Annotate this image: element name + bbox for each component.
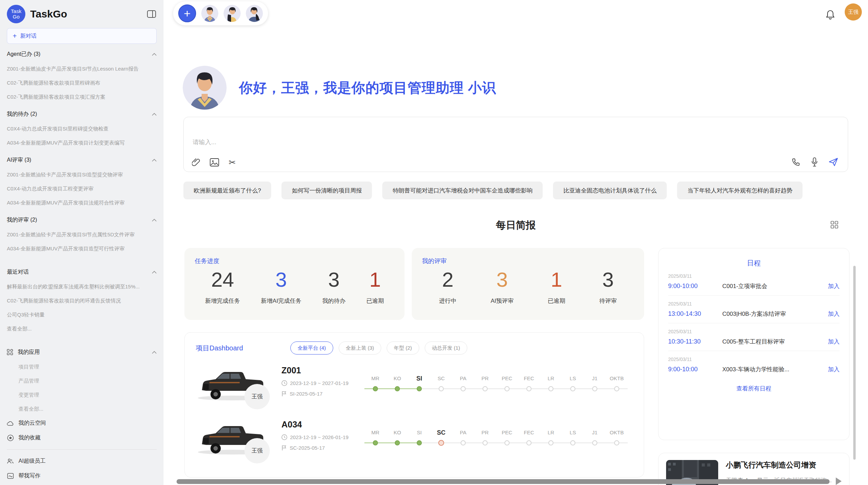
- scroll-right-arrow-icon[interactable]: [836, 477, 842, 485]
- assistant-switcher: +: [173, 1, 268, 25]
- milestone-si: SI: [408, 427, 430, 446]
- sidebar-item-creative-draw[interactable]: 创意制图: [7, 483, 157, 485]
- layout-toggle-button[interactable]: [830, 221, 839, 229]
- app-title: TaskGo: [30, 8, 146, 20]
- suggestion-chip[interactable]: 特朗普可能对进口汽车增税会对中国车企造成哪些影响: [382, 182, 543, 199]
- milestone-ko: KO: [386, 427, 408, 446]
- chevron-up-icon: [152, 351, 157, 354]
- assistant-avatar-large: [183, 66, 227, 110]
- assistant-avatar-1[interactable]: [201, 5, 218, 22]
- sidebar-task-item[interactable]: A034-全新新能源MUV产品开发项目法规符合性评审: [7, 196, 157, 210]
- suggestion-chip[interactable]: 当下年轻人对汽车外观有怎样的喜好趋势: [677, 182, 803, 199]
- project-node: SI-2025-05-17: [281, 391, 364, 397]
- insert-image-button[interactable]: [210, 158, 219, 166]
- horizontal-scrollbar[interactable]: [177, 479, 830, 484]
- tab-model-year[interactable]: 年型 (2): [387, 341, 419, 355]
- milestone-pa: PA: [452, 427, 474, 446]
- join-meeting-link[interactable]: 加入: [828, 282, 840, 290]
- milestone-dot: [417, 440, 422, 446]
- assistant-avatar-2[interactable]: [224, 5, 241, 22]
- user-avatar[interactable]: 王强: [845, 3, 862, 21]
- stat-overdue: 1 已逾期: [366, 268, 384, 305]
- milestone-dot: [614, 386, 619, 391]
- collapse-sidebar-button[interactable]: [146, 9, 157, 19]
- suggestion-chips: 欧洲新规最近颁布了什么? 如何写一份清晰的项目周报 特朗普可能对进口汽车增税会对…: [183, 182, 803, 199]
- suggestion-chip[interactable]: 欧洲新规最近颁布了什么?: [183, 182, 271, 199]
- project-row[interactable]: 王强 A034 2023-12-19 ~ 2026-01-19 SC-2025-…: [193, 416, 636, 468]
- add-assistant-button[interactable]: +: [178, 4, 196, 22]
- milestone-oktb: OKTB: [606, 373, 628, 392]
- daily-briefing-title: 每日简报: [164, 219, 868, 232]
- section-ai-review[interactable]: AI评审 (3): [7, 152, 157, 167]
- schedule-entry: 2025/03/11 13:00-14:30 C003|H0B-方案冻结评审 加…: [668, 296, 840, 323]
- project-row-partial: [193, 470, 636, 477]
- send-button[interactable]: [829, 158, 838, 166]
- milestone-dot: [461, 440, 466, 446]
- sidebar-item-ai-employee[interactable]: AI超级员工: [7, 454, 157, 469]
- stat-new-completed: 24 新增完成任务: [205, 268, 240, 305]
- project-row[interactable]: 王强 Z001 2023-12-19 ~ 2027-01-19 SI-2025-…: [193, 362, 636, 413]
- plus-icon: +: [184, 7, 191, 20]
- entry-title: C003|H0B-方案冻结评审: [722, 310, 828, 318]
- suggestion-chip[interactable]: 比亚迪全固态电池计划具体说了什么: [553, 182, 667, 199]
- milestone-fec: FEC: [518, 427, 540, 446]
- entry-date: 2025/03/11: [668, 329, 840, 334]
- message-input[interactable]: [192, 138, 603, 146]
- main-content: + 王强 你好，王强，我是你的项目管理助理 小识: [164, 0, 868, 485]
- dictate-button[interactable]: [811, 157, 818, 167]
- plus-icon: +: [13, 33, 17, 39]
- clock-icon: [281, 434, 287, 440]
- milestone-pec: PEC: [496, 427, 518, 446]
- section-label: 我的待办 (2): [7, 111, 37, 118]
- view-all-schedule-link[interactable]: 查看所有日程: [668, 385, 840, 393]
- sidebar-task-item[interactable]: Z001-全新燃油轻卡产品开发项目SI造型提交物评审: [7, 167, 157, 182]
- section-my-review[interactable]: 我的评审 (2): [7, 212, 157, 227]
- app-item-product-management[interactable]: 产品管理: [7, 374, 157, 388]
- image-icon: [210, 158, 219, 166]
- voice-call-button[interactable]: [792, 158, 800, 166]
- snip-button[interactable]: ✂: [229, 158, 236, 167]
- section-my-todo[interactable]: 我的待办 (2): [7, 107, 157, 122]
- apps-view-all[interactable]: 查看全部...: [7, 402, 157, 416]
- tab-powertrain[interactable]: 动总开发 (1): [425, 341, 468, 355]
- sidebar-task-item[interactable]: A034-全新新能源MUV产品开发项目计划变更表编写: [7, 136, 157, 150]
- milestone-dot: [570, 386, 576, 391]
- tab-new-platform[interactable]: 全新平台 (4): [290, 341, 333, 355]
- card-title: 我的评审: [422, 257, 634, 265]
- sidebar-task-item[interactable]: C0X4-动力总成开发项目SI里程碑提交物检查: [7, 122, 157, 136]
- sidebar-task-item[interactable]: C02-飞腾新能源轻客改款项目里程碑画布: [7, 76, 157, 90]
- recent-chat-item[interactable]: C02-飞腾新能源轻客改款项目的闭环通告反馈情况: [7, 294, 157, 308]
- sidebar-item-label: 我的云空间: [19, 420, 46, 427]
- paperclip-icon: [192, 158, 200, 167]
- join-meeting-link[interactable]: 加入: [828, 310, 840, 318]
- app-item-project-management[interactable]: 项目管理: [7, 360, 157, 374]
- sidebar-task-item[interactable]: C02-飞腾新能源轻客改款项目立项汇报方案: [7, 90, 157, 104]
- suggestion-chip[interactable]: 如何写一份清晰的项目周报: [281, 182, 372, 199]
- notifications-button[interactable]: [825, 10, 835, 20]
- join-meeting-link[interactable]: 加入: [828, 365, 840, 373]
- sidebar-task-item[interactable]: A034-全新新能源MUV产品开发项目造型可行性评审: [7, 241, 157, 256]
- new-chat-button[interactable]: + 新对话: [7, 28, 157, 44]
- section-my-apps[interactable]: 我的应用: [7, 345, 157, 360]
- section-recent-chats[interactable]: 最近对话: [7, 264, 157, 279]
- attach-file-button[interactable]: [192, 158, 200, 167]
- milestone-dot: [461, 386, 466, 391]
- section-agent-done[interactable]: Agent已办 (3): [7, 47, 157, 62]
- app-item-change-management[interactable]: 变更管理: [7, 388, 157, 402]
- sidebar-task-item[interactable]: Z001-全新燃油皮卡产品开发项目SI节点Lesson Learn报告: [7, 62, 157, 76]
- sidebar-task-item[interactable]: Z001-全新燃油轻卡产品开发项目SI节点属性5D文件评审: [7, 227, 157, 241]
- milestone-ls: LS: [562, 427, 584, 446]
- sidebar-item-cloud-space[interactable]: 我的云空间: [7, 416, 157, 431]
- assistant-avatar-3[interactable]: [246, 5, 263, 22]
- sidebar-task-item[interactable]: C0X4-动力总成开发项目工程变更评审: [7, 182, 157, 196]
- milestone-pa: PA: [452, 373, 474, 392]
- sidebar: Task Go TaskGo + 新对话 Agent已办 (3) Z001-全新…: [0, 0, 164, 485]
- recent-chat-item[interactable]: 解释最新出台的欧盟报废车法规再生塑料比例被调至15%...: [7, 279, 157, 294]
- recent-chat-item[interactable]: 公司Q3轻卡销量: [7, 308, 157, 322]
- join-meeting-link[interactable]: 加入: [828, 338, 840, 346]
- vertical-scrollbar[interactable]: [853, 266, 856, 460]
- sidebar-item-favorites[interactable]: 我的收藏: [7, 431, 157, 445]
- recent-view-all[interactable]: 查看全部...: [7, 322, 157, 336]
- sidebar-item-help-write[interactable]: 帮我写作: [7, 469, 157, 483]
- tab-new-body[interactable]: 全新上装 (3): [339, 341, 382, 355]
